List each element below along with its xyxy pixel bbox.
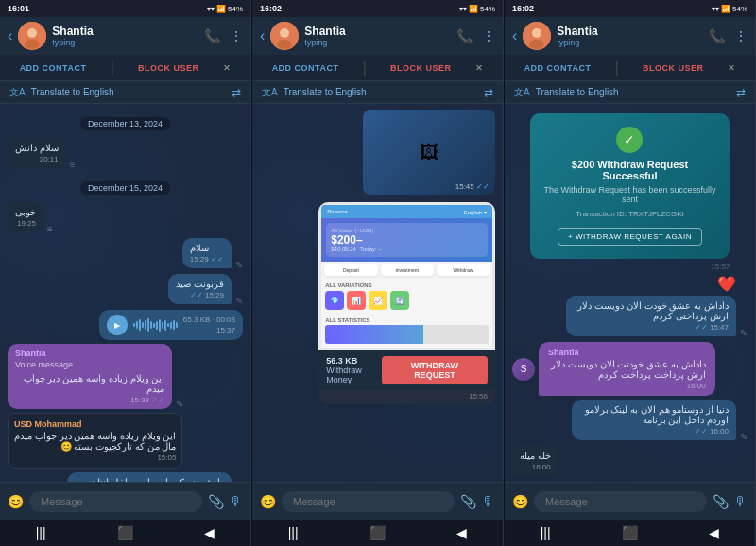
wifi-icon: 📶 bbox=[216, 5, 226, 13]
emoji-icon-1[interactable]: 😊 bbox=[8, 494, 24, 509]
translate-text-2[interactable]: Translate to English bbox=[284, 87, 478, 97]
translate-settings-icon-1[interactable]: ⇄ bbox=[232, 86, 241, 99]
call-icon-3[interactable]: 📞 bbox=[709, 28, 725, 43]
investment-btn[interactable]: Investment bbox=[381, 264, 434, 276]
balance-amount-display: $200– bbox=[331, 233, 483, 247]
chat-area-1[interactable]: December 13, 2024 سلام دانش 20:11 ≡ Dece… bbox=[0, 104, 250, 482]
mic-icon-1[interactable]: 🎙 bbox=[230, 494, 243, 509]
edit-icon-3c[interactable]: ✎ bbox=[740, 432, 747, 442]
chat-header-3: ‹ Shantia typing 📞 ⋮ bbox=[505, 17, 755, 55]
more-icon-3[interactable]: ⋮ bbox=[734, 28, 747, 43]
attach-icon-1[interactable]: 📎 bbox=[208, 494, 224, 509]
header-icons-3: 📞 ⋮ bbox=[709, 28, 747, 43]
nav-menu-2[interactable]: ||| bbox=[288, 525, 299, 540]
chat-header-2: ‹ Shantia typing 📞 ⋮ bbox=[252, 17, 503, 55]
emoji-icon-2[interactable]: 😊 bbox=[260, 494, 276, 509]
close-btn-3[interactable]: ✕ bbox=[728, 63, 736, 73]
edit-icon-1d[interactable]: ✎ bbox=[235, 296, 243, 306]
msg-row-forwarded: USD Mohammad این ویلام زیاده واسه همین د… bbox=[8, 413, 243, 469]
balance-section: All Value (~USD) $200– $40.08.24 Today: … bbox=[321, 218, 492, 262]
battery-icon: 54% bbox=[228, 5, 243, 13]
more-icon-1[interactable]: ⋮ bbox=[230, 28, 243, 43]
close-btn-1[interactable]: ✕ bbox=[223, 63, 232, 73]
nav-menu-1[interactable]: ||| bbox=[36, 525, 46, 540]
wifi-icon-2: 📶 bbox=[469, 5, 478, 13]
forward-text: این ویلام زیاده واسه همین دیر جواب میدمم… bbox=[14, 431, 176, 452]
msg-row-3d: خله میله 16:00 bbox=[512, 446, 747, 478]
shantia-avatar-group: S Shantia داداش به عشق خودتت الان دویست … bbox=[512, 342, 747, 396]
call-icon-1[interactable]: 📞 bbox=[204, 28, 220, 43]
nav-home-1[interactable]: ⬛ bbox=[117, 525, 133, 540]
variation-icons: 💎 📊 📈 🔄 bbox=[325, 291, 489, 310]
header-icons-1: 📞 ⋮ bbox=[204, 28, 243, 43]
action-bar-2: ADD CONTACT | BLOCK USER ✕ bbox=[252, 55, 503, 81]
call-icon-2[interactable]: 📞 bbox=[456, 28, 472, 43]
balance-card-inner: All Value (~USD) $200– $40.08.24 Today: … bbox=[326, 223, 488, 257]
close-btn-2[interactable]: ✕ bbox=[475, 63, 484, 73]
nav-back-1[interactable]: ◀ bbox=[204, 525, 215, 540]
battery-icon-2: 54% bbox=[480, 5, 495, 13]
play-button-1[interactable]: ▶ bbox=[107, 315, 128, 335]
chat-panel-1: 16:01 ▾▾ 📶 54% ‹ Shantia typing 📞 ⋮ ADD … bbox=[0, 0, 251, 546]
nav-back-2[interactable]: ◀ bbox=[456, 525, 467, 540]
withdraw-btn[interactable]: Withdraw bbox=[437, 264, 490, 276]
status-time-3: 16:02 bbox=[512, 4, 534, 13]
message-input-2[interactable] bbox=[282, 491, 455, 512]
card-time: 15:57 bbox=[530, 263, 730, 271]
screenshot-preview: Binance English ▾ All Value (~USD) $200–… bbox=[318, 202, 495, 350]
shantia-msg-text: داداش به عشق خودتت الان دویست دلار ارش پ… bbox=[548, 359, 706, 380]
menu-icon-1a[interactable]: ≡ bbox=[70, 160, 76, 170]
edit-icon-1c[interactable]: ✎ bbox=[235, 260, 243, 270]
msg-time-1c: 15:29 ✓✓ bbox=[190, 255, 224, 264]
forward-time: 15:05 bbox=[14, 453, 176, 462]
actions-row: Deposit Investment Withdraw bbox=[321, 262, 492, 279]
nav-home-2[interactable]: ⬛ bbox=[369, 525, 386, 540]
message-input-1[interactable] bbox=[29, 491, 202, 512]
transaction-id: Transaction ID: TRXTJFLZCGKI bbox=[543, 210, 717, 218]
divider-3: | bbox=[615, 60, 619, 77]
file-label-display: Withdraw Money bbox=[326, 366, 382, 384]
block-user-btn-3[interactable]: BLOCK USER bbox=[643, 63, 704, 73]
shantia-voice-edit[interactable]: ✎ bbox=[176, 399, 183, 409]
stats-fill bbox=[325, 325, 423, 344]
msg-bubble-1c: سلام 15:29 ✓✓ bbox=[182, 238, 232, 268]
chat-area-3[interactable]: ✓ $200 Withdraw Request Successful The W… bbox=[505, 104, 755, 482]
edit-icon-3a[interactable]: ✎ bbox=[740, 328, 747, 338]
back-button-1[interactable]: ‹ bbox=[8, 27, 12, 44]
message-input-3[interactable] bbox=[534, 491, 707, 512]
nav-menu-3[interactable]: ||| bbox=[541, 525, 551, 540]
deposit-btn[interactable]: Deposit bbox=[324, 264, 377, 276]
mic-icon-2[interactable]: 🎙 bbox=[482, 494, 495, 509]
withdraw-request-button[interactable]: WITHDRAW REQUEST bbox=[382, 356, 488, 384]
withdraw-again-button[interactable]: + WITHDRAW REQUEST AGAIN bbox=[558, 228, 702, 246]
menu-icon-1b[interactable]: ≡ bbox=[47, 224, 53, 234]
attach-icon-3[interactable]: 📎 bbox=[713, 494, 729, 509]
chat-area-2[interactable]: 🖼 15:45 ✓✓ Binance English ▾ All Value (… bbox=[252, 104, 503, 482]
var-icon-2: 📊 bbox=[347, 291, 366, 310]
msg-text-1d: قربونت صید bbox=[176, 279, 224, 289]
translate-text-3[interactable]: Translate to English bbox=[536, 87, 730, 97]
nav-home-3[interactable]: ⬛ bbox=[622, 525, 638, 540]
add-contact-btn-1[interactable]: ADD CONTACT bbox=[20, 63, 87, 73]
mic-icon-3[interactable]: 🎙 bbox=[734, 494, 747, 509]
add-contact-btn-2[interactable]: ADD CONTACT bbox=[272, 63, 339, 73]
nav-back-3[interactable]: ◀ bbox=[709, 525, 719, 540]
translate-settings-icon-2[interactable]: ⇄ bbox=[484, 86, 493, 99]
balance-sub: $40.08.24 Today: – bbox=[331, 247, 483, 252]
shantia-text-msg: Shantia داداش به عشق خودتت الان دویست دل… bbox=[539, 342, 715, 396]
svg-point-5 bbox=[277, 40, 292, 49]
block-user-btn-2[interactable]: BLOCK USER bbox=[390, 63, 452, 73]
msg-bubble-3d: خله میله 16:00 bbox=[512, 446, 558, 476]
back-button-2[interactable]: ‹ bbox=[260, 27, 265, 44]
add-contact-btn-3[interactable]: ADD CONTACT bbox=[524, 63, 592, 73]
block-user-btn-1[interactable]: BLOCK USER bbox=[138, 63, 199, 73]
attach-icon-2[interactable]: 📎 bbox=[460, 494, 476, 509]
back-button-3[interactable]: ‹ bbox=[512, 27, 517, 44]
emoji-icon-3[interactable]: 😊 bbox=[512, 494, 528, 509]
success-check-icon: ✓ bbox=[616, 127, 643, 153]
more-icon-2[interactable]: ⋮ bbox=[482, 28, 495, 43]
translate-text-1[interactable]: Translate to English bbox=[31, 87, 226, 97]
svg-point-8 bbox=[529, 40, 544, 49]
msg-text-1b: خوبی bbox=[15, 207, 36, 217]
translate-settings-icon-3[interactable]: ⇄ bbox=[736, 86, 746, 99]
